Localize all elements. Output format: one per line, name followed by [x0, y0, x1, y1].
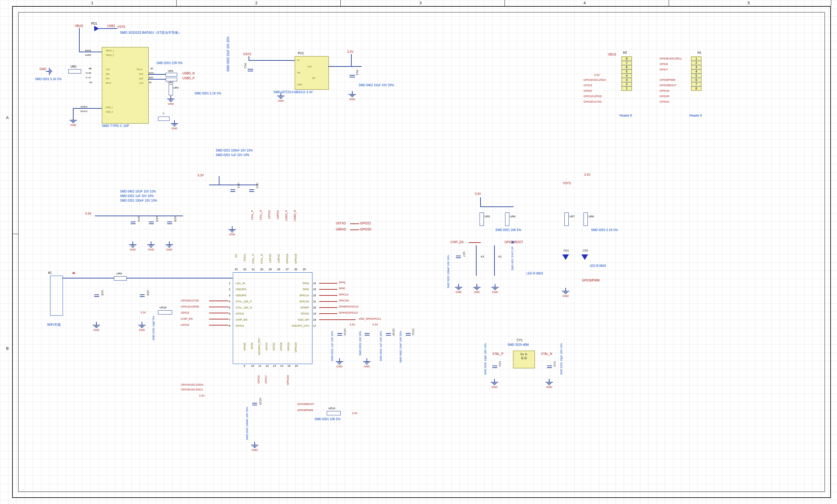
- gnd-label: GND: [128, 248, 137, 251]
- gnd-label: GND: [277, 99, 285, 102]
- net: GPIO6: [257, 375, 260, 384]
- wire: [79, 52, 102, 52]
- value: SMD 0201 100nF 10V 10%: [216, 149, 253, 152]
- pinnum: 8: [229, 324, 230, 327]
- col-label: 2: [255, 1, 257, 5]
- wire: [328, 66, 362, 67]
- crystal: Y+ Y- G G: [513, 351, 535, 368]
- wire: [73, 108, 74, 117]
- gnd: GND: [165, 241, 174, 249]
- pin: EN: [297, 72, 300, 74]
- net: XTAL_N: [541, 352, 552, 356]
- net: USBD_P: [285, 210, 288, 221]
- net: SPICLK: [339, 293, 349, 296]
- pinnum: 28: [277, 268, 280, 271]
- pin: VDD_SPI: [286, 318, 309, 321]
- uc1: [230, 186, 235, 197]
- uc13: [252, 399, 257, 410]
- cc1: [492, 362, 497, 373]
- des: UR9: [117, 272, 122, 275]
- pinnum: 7: [229, 318, 230, 321]
- net: 3.3V: [199, 394, 205, 397]
- w: [209, 313, 229, 313]
- value: LED R 0603: [527, 272, 543, 275]
- pinnum: B8: [150, 68, 153, 70]
- pc2: [350, 71, 355, 82]
- gnd-label: GND: [69, 124, 77, 127]
- pin: VBUS_2: [106, 54, 114, 56]
- net: 3.3V: [85, 212, 91, 215]
- pinnum: 23: [313, 288, 316, 291]
- net: 3.3V: [140, 311, 146, 314]
- des: UR6: [510, 215, 515, 218]
- wire: [351, 54, 352, 67]
- pin: XTAL_P: [252, 254, 255, 264]
- col-3: [340, 0, 505, 6]
- gnd-label: GND: [491, 291, 499, 294]
- pin: CHIP_EN: [235, 318, 247, 321]
- gnd-label: GND: [545, 386, 553, 389]
- pin: U0RXD: [277, 254, 280, 263]
- pin: GPIO10: [294, 342, 297, 353]
- pin: IN: [297, 59, 299, 61]
- pinnum: 3: [229, 294, 230, 297]
- net: GPIO9/BOOT: [504, 241, 523, 244]
- pinnum: 1: [229, 282, 230, 285]
- ur10: [327, 411, 341, 415]
- w: [319, 295, 337, 296]
- pin: GND_1: [106, 106, 113, 108]
- wire: [148, 79, 166, 79]
- uc11: [406, 330, 411, 340]
- net: XTAL_P: [492, 352, 504, 356]
- uc5: [149, 218, 154, 229]
- gnd: GND: [545, 379, 553, 387]
- wire: [62, 278, 232, 278]
- net: GPIO9/BOOT: [297, 403, 314, 406]
- pin: VDD3P3_CPU: [283, 324, 309, 327]
- pin: CC2: [139, 82, 143, 84]
- pin: SPIWP: [290, 306, 309, 309]
- w: [209, 325, 229, 325]
- value: SMD 0201 5.1K 5%: [35, 77, 62, 81]
- des: CD2: [583, 249, 588, 252]
- des: PC2: [356, 70, 359, 75]
- net: CHIP_EN: [450, 241, 463, 244]
- net: VSYS: [117, 25, 126, 29]
- pinnum: 4: [229, 300, 230, 303]
- hdr-pin: 4: [622, 74, 631, 78]
- ur9: [114, 276, 127, 281]
- net: VSYS: [243, 53, 251, 56]
- val: 0: [163, 112, 164, 114]
- des: PU1: [298, 52, 304, 55]
- uc2: [249, 186, 254, 197]
- gnd-label: GND: [228, 233, 236, 236]
- value: LED B 0603: [590, 264, 606, 267]
- wire: [249, 60, 295, 61]
- uc7: [456, 252, 461, 263]
- net: GPIO20: [360, 228, 371, 231]
- pin: VDDA: [243, 254, 246, 261]
- sw: [476, 245, 477, 276]
- value: SMD 0201 10K 5%: [315, 417, 340, 421]
- net: U0RXD: [276, 210, 279, 220]
- value: SMD 0201 1uF 10V 10%: [120, 194, 154, 198]
- des: UC7: [463, 251, 466, 257]
- gnd: GND: [170, 120, 179, 128]
- pin: VDD3P3: [235, 294, 246, 297]
- net: GPIO3: [181, 323, 189, 326]
- pin: SPIHD: [290, 312, 309, 315]
- net: GPIO4/ADC1/SDA: [584, 78, 606, 81]
- net: GPIO2: [181, 311, 189, 314]
- net: GPIO4/ADC1/SDA: [181, 383, 203, 386]
- net: GPIO20: [659, 95, 670, 98]
- gnd-label: GND: [92, 329, 101, 332]
- pinnum: 6: [229, 312, 230, 315]
- net: SPICSO: [339, 299, 349, 302]
- net: GPIO5/ADC2/SCL: [181, 388, 203, 391]
- gnd: GND: [166, 96, 175, 104]
- net: 3.3V: [372, 323, 378, 326]
- schematic-sheet: 1 2 3 4 5 A B SMD TYPE-C 16P VBUS_1 VBUS…: [0, 0, 837, 504]
- led-icon: [582, 255, 588, 260]
- net: 3.3V: [475, 192, 481, 195]
- w: [209, 301, 229, 301]
